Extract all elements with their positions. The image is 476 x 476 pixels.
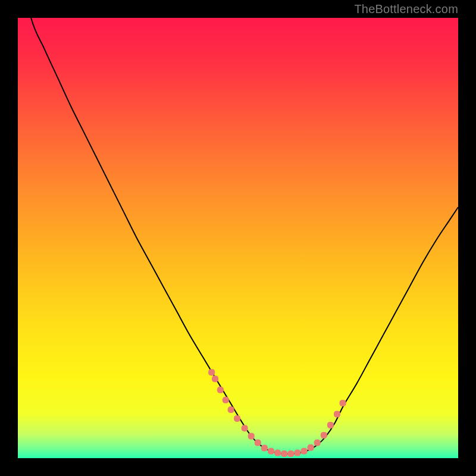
curve-marker [321, 432, 327, 439]
curve-marker [212, 375, 218, 382]
curve-marker [208, 369, 215, 375]
curve-marker [242, 425, 248, 431]
curve-marker [327, 422, 334, 428]
chart-svg [18, 18, 458, 458]
curve-marker [255, 440, 261, 446]
curve-marker [287, 450, 294, 457]
chart-container: TheBottleneck.com [0, 0, 476, 476]
curve-marker [340, 400, 346, 406]
curve-marker [234, 415, 240, 422]
curve-marker [308, 444, 314, 451]
curve-marker [248, 433, 255, 440]
curve-marker [281, 450, 287, 457]
curve-marker [261, 444, 268, 451]
watermark-text: TheBottleneck.com [354, 2, 458, 16]
curve-marker [217, 387, 224, 393]
curve-marker [274, 450, 281, 456]
plot-area [18, 18, 458, 458]
curve-marker [301, 448, 308, 455]
curve-marker [334, 411, 340, 418]
curve-marker [294, 450, 300, 456]
curve-marker [228, 406, 234, 413]
curve-marker [314, 440, 321, 446]
curve-marker [268, 448, 274, 455]
curve-marker [223, 397, 229, 403]
gradient-background [18, 18, 458, 458]
